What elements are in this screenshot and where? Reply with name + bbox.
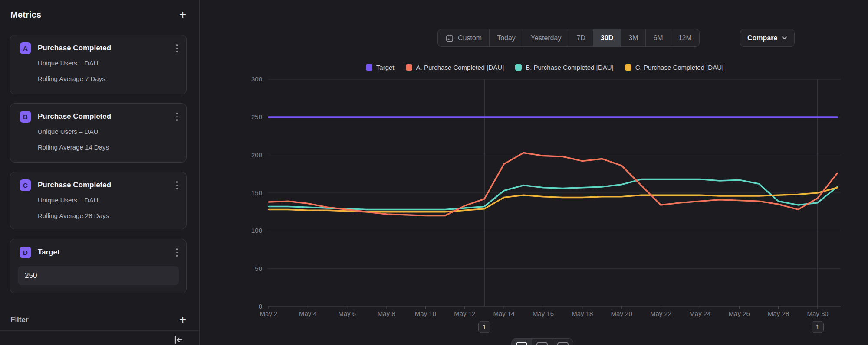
metric-badge-d: D	[20, 247, 31, 258]
add-filter-button[interactable]: +	[177, 315, 189, 325]
card-large-icon	[557, 342, 569, 345]
chevron-down-icon	[782, 36, 787, 40]
range-tab-3m[interactable]: 3M	[621, 29, 646, 46]
metric-badge-a: A	[20, 42, 31, 54]
filter-section: Filter +	[10, 315, 189, 325]
range-tab-12m[interactable]: 12M	[671, 29, 699, 46]
chart-size-toggle	[511, 338, 573, 345]
sidebar-header: Metrics +	[10, 10, 189, 20]
range-tab-yesterday[interactable]: Yesterday	[523, 29, 569, 46]
sidebar-title: Metrics	[10, 10, 41, 20]
legend-label: Target	[376, 64, 395, 71]
legend-item-2[interactable]: B. Purchase Completed [DAU]	[515, 64, 614, 71]
metrics-sidebar: Metrics + A Purchase Completed Unique Us…	[0, 0, 200, 345]
legend-swatch	[515, 64, 522, 71]
target-card[interactable]: D Target	[10, 239, 187, 293]
metric-card-b[interactable]: B Purchase Completed Unique Users – DAU …	[10, 103, 187, 163]
metric-subtitle: Unique Users – DAU	[38, 59, 98, 67]
metric-card-a[interactable]: A Purchase Completed Unique Users – DAU …	[10, 35, 187, 94]
add-metric-button[interactable]: +	[177, 10, 189, 20]
range-tab-today[interactable]: Today	[490, 29, 523, 46]
filter-label: Filter	[10, 316, 29, 324]
legend-swatch	[625, 64, 631, 71]
range-tab-30d[interactable]: 30D	[593, 29, 621, 46]
kebab-menu-icon[interactable]	[174, 110, 181, 124]
chart-size-option-1[interactable]	[512, 339, 532, 345]
metric-rolling-avg: Rolling Average 7 Days	[38, 75, 105, 82]
card-small-icon	[516, 342, 527, 345]
range-tab-6m[interactable]: 6M	[646, 29, 671, 46]
kebab-menu-icon[interactable]	[174, 179, 181, 192]
kebab-menu-icon[interactable]	[174, 246, 181, 259]
card-medium-icon	[536, 342, 548, 345]
chart-size-option-3[interactable]	[552, 339, 573, 345]
metric-title: Purchase Completed	[38, 112, 174, 121]
target-title: Target	[38, 248, 174, 257]
metric-badge-b: B	[20, 111, 31, 123]
legend-item-3[interactable]: C. Purchase Completed [DAU]	[625, 64, 723, 71]
sidebar-divider	[0, 330, 199, 331]
legend-item-0[interactable]: Target	[366, 64, 395, 71]
legend-swatch	[366, 64, 372, 71]
range-tab-custom[interactable]: Custom	[438, 29, 490, 46]
legend-item-1[interactable]: A. Purchase Completed [DAU]	[406, 64, 504, 71]
metric-rolling-avg: Rolling Average 28 Days	[38, 212, 109, 219]
legend-label: C. Purchase Completed [DAU]	[635, 64, 723, 71]
legend-swatch	[406, 64, 412, 71]
chart-panel: Custom Today Yesterday 7D 30D 3M 6M 12M …	[200, 0, 868, 345]
kebab-menu-icon[interactable]	[174, 42, 181, 55]
target-value-input[interactable]	[18, 266, 179, 285]
calendar-icon	[445, 34, 454, 42]
metric-subtitle: Unique Users – DAU	[38, 196, 98, 204]
metric-badge-c: C	[20, 179, 31, 191]
legend-label: A. Purchase Completed [DAU]	[416, 64, 504, 71]
metric-subtitle: Unique Users – DAU	[38, 128, 98, 135]
collapse-sidebar-icon[interactable]	[173, 335, 184, 345]
metric-card-c[interactable]: C Purchase Completed Unique Users – DAU …	[10, 172, 187, 229]
chart-size-option-2[interactable]	[532, 339, 552, 345]
metric-rolling-avg: Rolling Average 14 Days	[38, 143, 109, 151]
metric-title: Purchase Completed	[38, 44, 174, 52]
compare-dropdown[interactable]: Compare	[740, 29, 795, 47]
metric-title: Purchase Completed	[38, 181, 174, 189]
legend-label: B. Purchase Completed [DAU]	[526, 64, 614, 71]
range-tab-7d[interactable]: 7D	[569, 29, 593, 46]
date-range-tabs: Custom Today Yesterday 7D 30D 3M 6M 12M	[437, 29, 700, 47]
chart-legend: TargetA. Purchase Completed [DAU]B. Purc…	[243, 64, 846, 71]
